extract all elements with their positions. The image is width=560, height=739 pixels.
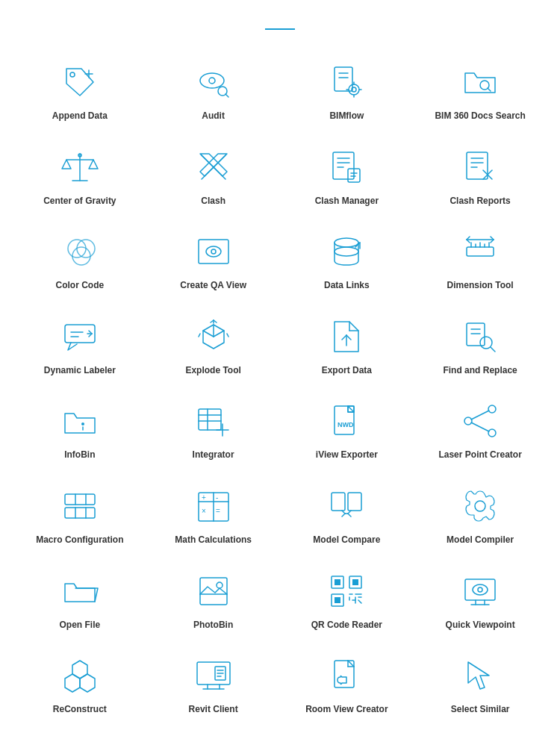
- feature-item-reconstruct[interactable]: ReConstruct: [15, 646, 145, 723]
- qr-reader-icon: [324, 569, 369, 614]
- open-file-label: Open File: [60, 620, 101, 632]
- feature-item-bimflow[interactable]: BIMflow: [282, 52, 412, 130]
- svg-line-96: [471, 411, 489, 420]
- svg-line-6: [225, 94, 228, 97]
- feature-item-bim360[interactable]: BIM 360 Docs Search: [415, 52, 545, 130]
- infobin-icon: [57, 399, 102, 443]
- svg-point-94: [488, 405, 496, 413]
- dimension-tool-label: Dimension Tool: [447, 280, 514, 292]
- select-similar-label: Select Similar: [451, 704, 510, 716]
- feature-item-dynamic-labeler[interactable]: Dynamic Labeler: [15, 307, 145, 384]
- math-calc-label: Math Calculations: [175, 534, 252, 546]
- reconstruct-icon: [57, 653, 102, 698]
- center-gravity-label: Center of Gravity: [43, 196, 116, 208]
- features-grid: Append DataAuditBIMflowBIM 360 Docs Sear…: [15, 52, 545, 739]
- clash-reports-label: Clash Reports: [449, 196, 510, 208]
- export-data-icon: [324, 314, 369, 359]
- svg-line-66: [203, 331, 214, 337]
- feature-item-find-replace[interactable]: Find and Replace: [415, 307, 545, 384]
- dynamic-labeler-icon: [57, 314, 102, 359]
- room-view-icon: [324, 653, 369, 698]
- bim360-label: BIM 360 Docs Search: [435, 110, 525, 122]
- svg-point-42: [211, 249, 216, 254]
- bimflow-icon: [324, 60, 369, 105]
- feature-item-macro-config[interactable]: Macro Configuration: [15, 476, 145, 554]
- feature-item-model-compiler[interactable]: Model Compiler: [415, 476, 545, 554]
- svg-line-81: [491, 347, 495, 352]
- clash-manager-icon: [324, 145, 369, 190]
- feature-item-iview-exporter[interactable]: NWDiView Exporter: [282, 391, 412, 469]
- feature-item-export-data[interactable]: Export Data: [282, 307, 412, 384]
- feature-item-clash-reports[interactable]: Clash Reports: [415, 137, 545, 215]
- svg-rect-99: [65, 508, 95, 518]
- create-qa-label: Create QA View: [180, 280, 246, 292]
- svg-rect-84: [199, 409, 221, 430]
- quick-viewpoint-icon: [458, 569, 503, 614]
- model-compiler-label: Model Compiler: [447, 534, 514, 546]
- feature-item-clash[interactable]: Clash: [149, 137, 279, 215]
- feature-item-laser-point[interactable]: Laser Point Creator: [415, 391, 545, 469]
- feature-item-smart-ifc[interactable]: IFCSmart IFC Exporter: [282, 731, 412, 739]
- clash-label: Clash: [201, 196, 225, 208]
- feature-item-select-similar[interactable]: Select Similar: [415, 646, 545, 723]
- find-replace-icon: [458, 314, 503, 359]
- find-replace-label: Find and Replace: [443, 365, 517, 377]
- clash-icon: [191, 145, 236, 190]
- svg-point-10: [349, 84, 359, 95]
- feature-item-audit[interactable]: Audit: [149, 52, 279, 130]
- svg-point-95: [488, 429, 496, 437]
- feature-item-smart-bcf[interactable]: Smart BCF Exchange: [15, 731, 145, 739]
- feature-item-photobin[interactable]: PhotoBin: [149, 561, 279, 639]
- svg-line-134: [358, 600, 361, 603]
- color-code-label: Color Code: [56, 280, 105, 292]
- feature-item-model-compare[interactable]: Model Compare: [282, 476, 412, 554]
- feature-item-center-gravity[interactable]: Center of Gravity: [15, 137, 145, 215]
- laser-point-label: Laser Point Creator: [438, 449, 521, 461]
- macro-config-label: Macro Configuration: [36, 534, 123, 546]
- audit-icon: [191, 60, 236, 105]
- svg-line-75: [342, 335, 346, 340]
- audit-label: Audit: [202, 110, 225, 122]
- svg-text:=: =: [216, 507, 220, 515]
- svg-rect-24: [333, 152, 354, 179]
- feature-item-infobin[interactable]: InfoBin: [15, 391, 145, 469]
- svg-line-115: [342, 514, 345, 517]
- svg-line-76: [346, 335, 351, 340]
- open-file-icon: [57, 569, 102, 614]
- feature-item-integrator[interactable]: Integrator: [149, 391, 279, 469]
- revit-client-label: Revit Client: [189, 704, 238, 716]
- feature-item-explode-tool[interactable]: Explode Tool: [149, 307, 279, 384]
- svg-point-3: [200, 73, 224, 88]
- bimflow-label: BIMflow: [329, 110, 364, 122]
- explode-tool-icon: [191, 314, 236, 359]
- svg-point-93: [464, 417, 472, 425]
- feature-item-qr-reader[interactable]: QR Code Reader: [282, 561, 412, 639]
- feature-item-quick-viewpoint[interactable]: Quick Viewpoint: [415, 561, 545, 639]
- svg-rect-127: [335, 597, 340, 603]
- center-gravity-icon: [57, 145, 102, 190]
- svg-rect-112: [348, 493, 361, 511]
- feature-item-dimension-tool[interactable]: Dimension Tool: [415, 222, 545, 299]
- feature-item-open-file[interactable]: Open File: [15, 561, 145, 639]
- svg-point-121: [217, 582, 223, 588]
- svg-rect-40: [199, 240, 228, 264]
- feature-item-room-view[interactable]: Room View Creator: [282, 646, 412, 723]
- svg-point-44: [335, 247, 358, 256]
- feature-item-create-qa[interactable]: Create QA View: [149, 222, 279, 299]
- create-qa-icon: [191, 229, 236, 274]
- feature-item-data-links[interactable]: Data Links: [282, 222, 412, 299]
- feature-item-view-report[interactable]: View Report: [415, 731, 545, 739]
- data-links-icon: [324, 229, 369, 274]
- svg-point-139: [473, 584, 488, 595]
- feature-item-revit-client[interactable]: Revit Client: [149, 646, 279, 723]
- model-compiler-icon: [458, 484, 503, 528]
- feature-item-smart-dwg[interactable]: DWGSmart DWG Exporter: [149, 731, 279, 739]
- feature-item-append-data[interactable]: Append Data: [15, 52, 145, 130]
- clash-reports-icon: [458, 145, 503, 190]
- append-data-label: Append Data: [52, 110, 108, 122]
- feature-item-clash-manager[interactable]: Clash Manager: [282, 137, 412, 215]
- feature-item-color-code[interactable]: Color Code: [15, 222, 145, 299]
- svg-rect-135: [465, 579, 495, 600]
- svg-rect-77: [467, 323, 485, 346]
- feature-item-math-calc[interactable]: +-×=Math Calculations: [149, 476, 279, 554]
